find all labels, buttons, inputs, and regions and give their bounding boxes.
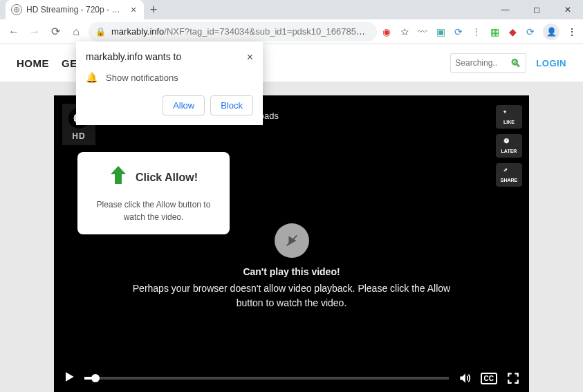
- ext-icon-7[interactable]: ◆: [507, 26, 518, 37]
- site-header-right: 🔍︎ LOGIN: [450, 53, 566, 73]
- globe-icon: [11, 4, 22, 15]
- search-box[interactable]: 🔍︎: [450, 53, 526, 73]
- later-label: LATER: [501, 149, 517, 153]
- lock-icon: 🔒: [95, 27, 106, 37]
- search-icon[interactable]: 🔍︎: [510, 57, 521, 69]
- arrow-up-icon: [109, 165, 127, 190]
- callout-title: Click Allow!: [136, 171, 198, 184]
- volume-button[interactable]: [457, 371, 472, 385]
- window-controls: — ◻ ✕: [490, 0, 583, 19]
- notification-close-icon[interactable]: ×: [247, 51, 253, 64]
- like-label: LIKE: [503, 120, 515, 124]
- extension-icons: ◉ ☆ 〰 ▣ ⟳ ⋮ ▦ ◆ ⟳ 👤 ⋮: [381, 24, 577, 40]
- page-body: HD Streaming - 720p - Unlimited Download…: [0, 82, 583, 392]
- like-button[interactable]: ♥ LIKE: [496, 105, 522, 129]
- browser-toolbar: ← → ⟳ ⌂ 🔒 markably.info/NXF?tag_id=73403…: [0, 19, 583, 44]
- login-link[interactable]: LOGIN: [536, 58, 566, 68]
- callout-box: Click Allow! Please click the Allow butt…: [77, 152, 230, 234]
- profile-avatar[interactable]: 👤: [543, 24, 559, 40]
- minimize-button[interactable]: —: [490, 0, 521, 19]
- ext-icon-3[interactable]: ▣: [435, 26, 446, 37]
- callout-sub: Please click the Allow button to watch t…: [87, 198, 220, 223]
- ext-icon-6[interactable]: ▦: [489, 26, 500, 37]
- share-button[interactable]: ⇗ SHARE: [496, 163, 522, 187]
- star-icon[interactable]: ☆: [399, 26, 410, 37]
- tab-title: HD Streaming - 720p - Unlimite: [26, 5, 124, 15]
- cc-button[interactable]: CC: [481, 373, 497, 384]
- maximize-button[interactable]: ◻: [521, 0, 552, 19]
- url-text: markably.info/NXF?tag_id=734034&sub_id1=…: [111, 26, 370, 37]
- new-tab-button[interactable]: +: [144, 0, 163, 19]
- url-host: markably.info: [111, 26, 164, 37]
- share-label: SHARE: [501, 178, 518, 183]
- video-area: HD Streaming - 720p - Unlimited Download…: [54, 95, 529, 392]
- ext-icon-1[interactable]: ◉: [381, 26, 392, 37]
- heart-icon: ♥: [503, 109, 515, 119]
- address-bar[interactable]: 🔒 markably.info/NXF?tag_id=734034&sub_id…: [89, 22, 377, 41]
- allow-button[interactable]: Allow: [163, 95, 205, 115]
- url-path: /NXF?tag_id=734034&sub_id1=pdsk10_166785…: [164, 26, 370, 37]
- player-controls: CC: [54, 364, 529, 392]
- notification-permission: Show notifications: [106, 73, 178, 83]
- forward-button[interactable]: →: [26, 24, 43, 40]
- hd-label: HD: [72, 131, 85, 141]
- tab-close-icon[interactable]: ×: [129, 5, 138, 15]
- error-message: Can't play this video! Perhaps your brow…: [133, 223, 451, 310]
- nav-home[interactable]: HOME: [17, 57, 49, 69]
- home-button[interactable]: ⌂: [68, 24, 84, 40]
- notification-prompt: markably.info wants to × 🔔 Show notifica…: [76, 41, 263, 125]
- bell-icon: 🔔: [86, 72, 98, 83]
- close-window-button[interactable]: ✕: [552, 0, 583, 19]
- ext-icon-4[interactable]: ⟳: [453, 26, 464, 37]
- back-button[interactable]: ←: [6, 24, 22, 40]
- progress-thumb[interactable]: [91, 374, 100, 382]
- search-input[interactable]: [455, 58, 510, 68]
- browser-tab[interactable]: HD Streaming - 720p - Unlimite ×: [6, 0, 144, 19]
- play-button[interactable]: [62, 370, 76, 386]
- error-heading: Can't play this video!: [133, 266, 451, 277]
- reload-button[interactable]: ⟳: [47, 24, 64, 40]
- video-actions: ♥ LIKE 🕐 LATER ⇗ SHARE: [496, 105, 522, 187]
- ext-icon-8[interactable]: ⟳: [525, 26, 536, 37]
- menu-icon[interactable]: ⋮: [566, 26, 577, 37]
- error-body: Perhaps your browser doesn't allow video…: [133, 281, 451, 310]
- block-button[interactable]: Block: [210, 95, 253, 115]
- later-button[interactable]: 🕐 LATER: [496, 134, 522, 158]
- fullscreen-button[interactable]: [506, 372, 521, 384]
- progress-bar[interactable]: [84, 377, 449, 380]
- browser-titlebar: HD Streaming - 720p - Unlimite × + — ◻ ✕: [0, 0, 583, 19]
- ext-icon-2[interactable]: 〰: [417, 26, 428, 37]
- clock-icon: 🕐: [503, 138, 515, 148]
- notification-title: markably.info wants to: [86, 51, 181, 62]
- share-icon: ⇗: [503, 167, 515, 177]
- play-disabled-icon: [275, 223, 309, 258]
- ext-icon-5[interactable]: ⋮: [471, 26, 482, 37]
